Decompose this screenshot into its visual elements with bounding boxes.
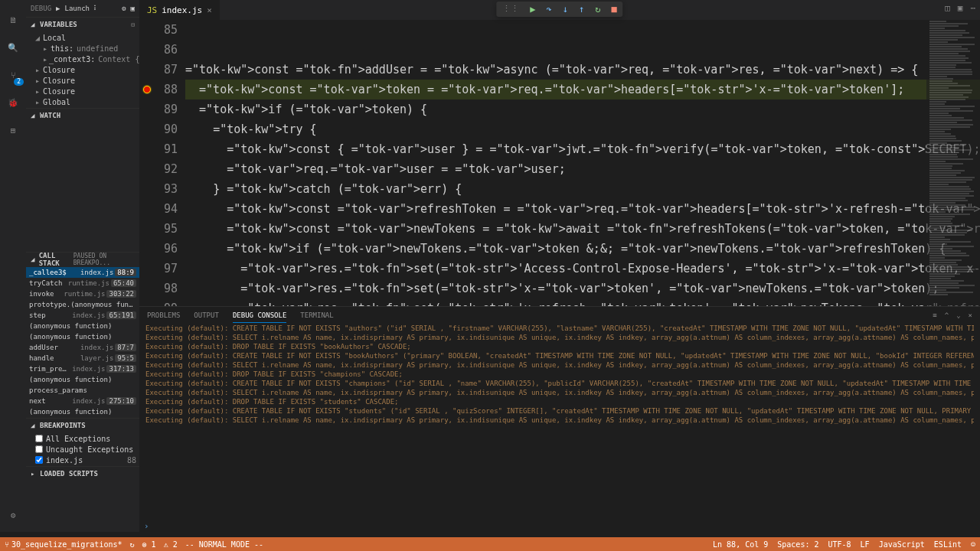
source-control-icon[interactable]: ⑂2 — [4, 66, 22, 84]
status-sync[interactable]: ↻ — [130, 540, 135, 549]
status-spaces[interactable]: Spaces: 2 — [777, 540, 818, 549]
callstack-header[interactable]: ◢CALL STACKPAUSED ON BREAKPO... — [26, 253, 139, 266]
debug-icon[interactable]: 🐞 — [4, 93, 22, 112]
code-line[interactable]: ="tok-kw">const ="tok-var">refreshToken … — [185, 199, 980, 219]
callstack-frame[interactable]: (anonymous function) — [26, 321, 139, 331]
tab-problems[interactable]: PROBLEMS — [147, 308, 180, 322]
settings-gear-icon[interactable]: ⚙ — [4, 506, 22, 524]
stop-icon[interactable]: ■ — [611, 4, 616, 15]
breakpoint-marker-icon[interactable] — [143, 86, 151, 93]
variable-scope[interactable]: ▸Closure — [26, 64, 139, 75]
bp-checkbox[interactable] — [35, 456, 43, 464]
code-area[interactable]: 858687888990919293949596979899 ="tok-kw"… — [139, 20, 980, 306]
status-eslint[interactable]: ESLint — [934, 540, 962, 549]
code-line[interactable]: ="tok-var">res.="tok-fn">set(="tok-str">… — [185, 259, 980, 279]
bp-checkbox[interactable] — [35, 435, 43, 442]
code-line[interactable] — [185, 40, 980, 60]
code-line[interactable]: ="tok-kw">const ="tok-var">newTokens = =… — [185, 219, 980, 239]
status-branch[interactable]: ⑂ 30_sequelize_migrations* — [5, 540, 122, 549]
callstack-frame[interactable]: stepindex.js65:191 — [26, 310, 139, 321]
breakpoints-section: ◢BREAKPOINTS All Exceptions Uncaught Exc… — [26, 418, 139, 466]
debug-toolbar[interactable]: ⋮⋮ ▶ ↷ ↓ ↑ ↻ ■ — [496, 2, 622, 17]
callstack-frame[interactable]: nextindex.js275:10 — [26, 396, 139, 406]
code-line[interactable]: ="tok-kw">const ="tok-var">token = ="tok… — [185, 80, 980, 99]
breakpoint-gutter[interactable] — [139, 20, 155, 306]
panel-maximize-icon[interactable]: ⌄ — [956, 311, 960, 319]
status-lang[interactable]: JavaScript — [879, 540, 925, 549]
status-eol[interactable]: LF — [861, 540, 870, 549]
callstack-frame[interactable]: process_params — [26, 385, 139, 396]
callstack-frame[interactable]: invokeruntime.js303:22 — [26, 289, 139, 299]
status-warnings[interactable]: ⚠ 2 — [164, 540, 178, 549]
split-editor-icon[interactable]: ◫ — [945, 3, 950, 13]
console-line: Executing (default): CREATE TABLE IF NOT… — [145, 351, 974, 360]
restart-icon[interactable]: ↻ — [595, 4, 600, 15]
code-line[interactable]: ="tok-kw">const ="tok-fn">addUser = ="to… — [185, 60, 980, 80]
status-errors[interactable]: ⊗ 1 — [142, 540, 156, 549]
variable-item[interactable]: ▸_context3:Context {tryEntri… — [26, 54, 139, 64]
launch-config-select[interactable]: Launch ⠇ — [65, 5, 118, 12]
code-line[interactable]: } ="tok-kw">catch (="tok-var">err) { — [185, 179, 980, 199]
code-line[interactable]: ="tok-var">req.="tok-var">user = ="tok-v… — [185, 159, 980, 179]
variables-header[interactable]: ◢VARIABLES⊟ — [26, 18, 139, 31]
layout-icon[interactable]: ▣ — [958, 3, 963, 13]
loaded-scripts-header[interactable]: ▸LOADED SCRIPTS — [26, 467, 139, 481]
variable-item[interactable]: ▸this:undefined — [26, 43, 139, 54]
line-number: 97 — [155, 259, 178, 279]
bp-uncaught-exceptions[interactable]: Uncaught Exceptions — [26, 444, 139, 455]
extensions-icon[interactable]: ⊞ — [4, 121, 22, 139]
callstack-frame[interactable]: tryCatchruntime.js65:40 — [26, 278, 139, 289]
bp-all-exceptions[interactable]: All Exceptions — [26, 433, 139, 444]
tab-terminal[interactable]: TERMINAL — [300, 308, 333, 322]
debug-console-input[interactable]: › — [139, 521, 980, 532]
code-line[interactable]: ="tok-kw">if (="tok-var">token) { — [185, 99, 980, 119]
callstack-frame[interactable]: _callee3$index.js88:9 — [26, 267, 139, 278]
bp-checkbox[interactable] — [35, 445, 43, 453]
debug-gear-icon[interactable]: ⚙ — [122, 5, 126, 12]
search-icon[interactable]: 🔍 — [4, 38, 22, 57]
tab-index-js[interactable]: JS index.js × — [139, 0, 220, 20]
callstack-frame[interactable]: trim_prefixindex.js317:13 — [26, 364, 139, 374]
code-line[interactable]: ="tok-var">res.="tok-fn">set(="tok-str">… — [185, 298, 980, 306]
code-line[interactable]: ="tok-var">res.="tok-fn">set(="tok-str">… — [185, 279, 980, 298]
close-tab-icon[interactable]: × — [207, 5, 212, 15]
tab-output[interactable]: OUTPUT — [194, 308, 219, 322]
minimap[interactable] — [926, 20, 980, 306]
callstack-frame[interactable]: (anonymous function) — [26, 374, 139, 385]
status-lncol[interactable]: Ln 88, Col 9 — [713, 540, 768, 549]
callstack-frame[interactable]: (anonymous function) — [26, 406, 139, 417]
variable-scope[interactable]: ▸Global — [26, 96, 139, 107]
toolbar-grip-icon[interactable]: ⋮⋮ — [502, 4, 519, 15]
variable-scope[interactable]: ▸Closure — [26, 86, 139, 96]
status-encoding[interactable]: UTF-8 — [828, 540, 851, 549]
code-line[interactable] — [185, 20, 980, 40]
collapse-icon[interactable]: ⊟ — [131, 21, 135, 28]
more-actions-icon[interactable]: ⋯ — [970, 3, 975, 13]
debug-console-toggle-icon[interactable]: ▣ — [131, 5, 135, 12]
panel-filter-icon[interactable]: ≡ — [933, 311, 936, 319]
code-body[interactable]: ="tok-kw">const ="tok-fn">addUser = ="to… — [185, 20, 980, 306]
step-out-icon[interactable]: ↑ — [579, 4, 584, 15]
panel-collapse-icon[interactable]: ^ — [945, 311, 949, 319]
status-feedback-icon[interactable]: ☺ — [971, 540, 975, 549]
code-line[interactable]: ="tok-kw">const { ="tok-var">user } = ="… — [185, 139, 980, 159]
watch-header[interactable]: ◢WATCH — [26, 109, 139, 122]
step-over-icon[interactable]: ↷ — [547, 4, 552, 15]
start-debug-icon[interactable]: ▶ — [56, 5, 60, 12]
callstack-frame[interactable]: handlelayer.js95:5 — [26, 353, 139, 364]
code-line[interactable]: ="tok-kw">if (="tok-var">newTokens.="tok… — [185, 239, 980, 259]
tab-debug-console[interactable]: DEBUG CONSOLE — [233, 308, 286, 323]
explorer-icon[interactable]: 🗎 — [4, 11, 22, 29]
breakpoint-item[interactable]: index.js88 — [26, 455, 139, 465]
code-line[interactable]: ="tok-kw">try { — [185, 119, 980, 139]
callstack-frame[interactable]: prototype.(anonymous functi… — [26, 299, 139, 310]
debug-console-output[interactable]: Executing (default): CREATE TABLE IF NOT… — [139, 324, 980, 521]
continue-icon[interactable]: ▶ — [530, 4, 535, 15]
callstack-frame[interactable]: addUserindex.js87:7 — [26, 342, 139, 353]
callstack-frame[interactable]: (anonymous function) — [26, 331, 139, 342]
variable-scope[interactable]: ▸Closure — [26, 75, 139, 86]
panel-close-icon[interactable]: × — [969, 311, 972, 319]
variable-scope[interactable]: ◢Local — [26, 32, 139, 43]
step-into-icon[interactable]: ↓ — [563, 4, 568, 15]
breakpoints-header[interactable]: ◢BREAKPOINTS — [26, 419, 139, 432]
